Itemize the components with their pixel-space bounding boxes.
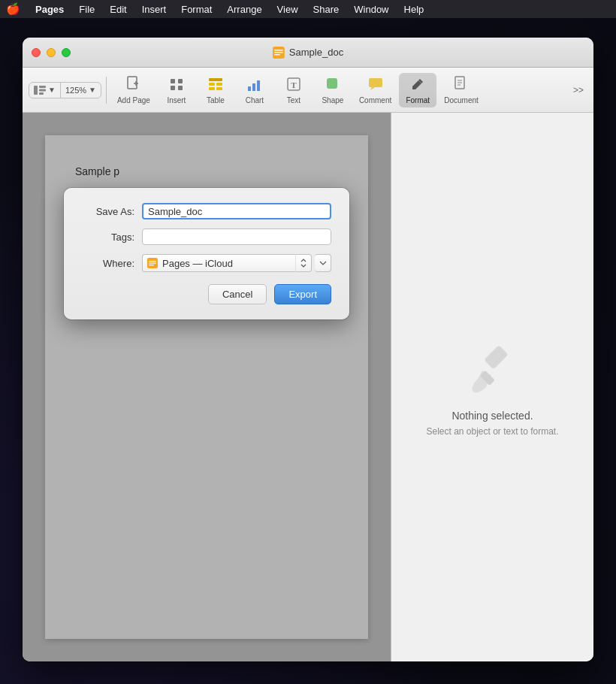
table-button[interactable]: Table	[197, 73, 234, 107]
export-button[interactable]: Export	[274, 284, 331, 304]
comment-label: Comment	[359, 96, 391, 104]
shape-icon	[325, 76, 341, 95]
svg-rect-6	[39, 89, 46, 91]
svg-rect-8	[128, 77, 137, 89]
toolbar-more-button[interactable]: >>	[569, 81, 587, 99]
maximize-button[interactable]	[62, 48, 71, 57]
toolbar-sep-1	[106, 77, 107, 104]
menu-insert[interactable]: Insert	[136, 2, 173, 17]
menu-edit[interactable]: Edit	[104, 2, 132, 17]
where-select-button[interactable]: Pages — iCloud	[142, 254, 295, 272]
svg-rect-3	[274, 54, 280, 56]
insert-button[interactable]: Insert	[158, 73, 195, 107]
svg-rect-11	[171, 79, 175, 83]
nothing-selected-title: Nothing selected.	[451, 410, 533, 422]
cancel-button[interactable]: Cancel	[208, 284, 267, 304]
title-bar: Sample_doc	[23, 38, 593, 68]
dialog-buttons: Cancel Export	[82, 284, 331, 304]
view-dropdown-arrow: ▼	[48, 86, 56, 94]
menu-help[interactable]: Help	[398, 2, 430, 17]
tags-row: Tags:	[82, 229, 331, 245]
svg-rect-2	[274, 52, 283, 53]
pages-app-icon	[273, 47, 285, 59]
tags-input[interactable]	[142, 229, 331, 245]
close-button[interactable]	[32, 48, 41, 57]
view-button[interactable]: ▼	[29, 83, 61, 98]
document-button[interactable]: Document	[438, 73, 485, 107]
save-as-input[interactable]	[142, 203, 331, 219]
svg-rect-34	[149, 263, 156, 264]
svg-rect-14	[178, 86, 183, 90]
view-icon	[34, 86, 46, 95]
table-label: Table	[207, 96, 225, 104]
where-arrow-button[interactable]	[295, 254, 312, 272]
svg-rect-21	[252, 83, 255, 91]
text-label: Text	[287, 96, 300, 104]
shape-button[interactable]: Shape	[314, 73, 352, 107]
menu-arrange[interactable]: Arrange	[221, 2, 267, 17]
main-content: Sample p Save As: Tags:	[23, 113, 593, 661]
zoom-button[interactable]: 125% ▼	[61, 83, 101, 98]
format-label: Format	[406, 96, 430, 104]
svg-text:T: T	[291, 80, 297, 89]
svg-rect-18	[209, 87, 215, 90]
svg-rect-12	[178, 79, 183, 83]
where-row: Where: Pages — iCloud	[82, 254, 331, 272]
where-value: Pages — iCloud	[162, 258, 233, 269]
document-label: Document	[444, 96, 479, 104]
menu-window[interactable]: Window	[348, 2, 394, 17]
svg-rect-16	[209, 83, 215, 86]
window-title-text: Sample_doc	[289, 47, 343, 58]
format-toolbar-button[interactable]: Format	[399, 73, 436, 107]
apple-menu[interactable]: 🍎	[6, 2, 20, 16]
shape-label: Shape	[322, 96, 343, 104]
zoom-value: 125%	[65, 86, 86, 95]
minimize-button[interactable]	[47, 48, 56, 57]
table-icon	[207, 76, 224, 95]
insert-label: Insert	[167, 96, 186, 104]
chart-icon	[246, 76, 263, 95]
menu-share[interactable]: Share	[307, 2, 346, 17]
view-zoom-group: ▼ 125% ▼	[29, 82, 101, 98]
save-as-label: Save As:	[82, 206, 142, 217]
svg-rect-36	[484, 345, 509, 370]
menu-pages[interactable]: Pages	[29, 2, 70, 17]
menu-file[interactable]: File	[73, 2, 101, 17]
save-as-row: Save As:	[82, 203, 331, 219]
window-title: Sample_doc	[273, 47, 343, 59]
menu-format[interactable]: Format	[175, 2, 218, 17]
pages-where-icon	[147, 258, 158, 268]
where-stepper-icon	[300, 259, 306, 268]
comment-button[interactable]: Comment	[353, 73, 397, 107]
menu-bar: 🍎 Pages File Edit Insert Format Arrange …	[0, 0, 616, 18]
traffic-lights	[32, 48, 71, 57]
nothing-selected-subtitle: Select an object or text to format.	[426, 426, 558, 437]
svg-rect-26	[369, 78, 382, 87]
document-icon	[453, 76, 470, 95]
chart-button[interactable]: Chart	[236, 73, 273, 107]
app-window: Sample_doc ▼ 125% ▼	[23, 38, 593, 661]
svg-rect-35	[149, 265, 154, 265]
where-selector: Pages — iCloud	[142, 254, 331, 272]
add-page-button[interactable]: Add Page	[111, 73, 156, 107]
svg-rect-1	[274, 50, 283, 51]
svg-rect-25	[327, 78, 337, 89]
chart-label: Chart	[246, 96, 264, 104]
text-button[interactable]: T Text	[275, 73, 313, 107]
tags-label: Tags:	[82, 232, 142, 243]
document-area: Sample p Save As: Tags:	[23, 113, 391, 661]
comment-icon	[367, 76, 384, 95]
text-icon: T	[285, 76, 302, 95]
format-panel: Nothing selected. Select an object or te…	[391, 113, 593, 661]
toolbar: ▼ 125% ▼ Add Page	[23, 68, 593, 113]
save-dialog: Save As: Tags: Where:	[64, 188, 349, 319]
save-dialog-overlay: Save As: Tags: Where:	[23, 113, 391, 661]
format-icon	[409, 76, 426, 95]
menu-view[interactable]: View	[271, 2, 304, 17]
svg-marker-27	[370, 87, 375, 90]
svg-rect-5	[39, 86, 46, 88]
where-expand-button[interactable]	[315, 254, 331, 272]
expand-chevron-icon	[319, 259, 327, 267]
svg-rect-15	[209, 78, 222, 81]
svg-rect-7	[39, 92, 44, 95]
